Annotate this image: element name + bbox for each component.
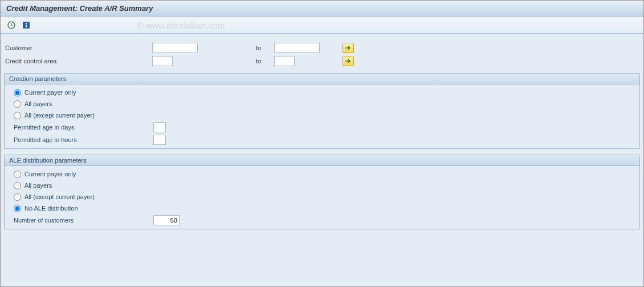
ale-opt1-label: Current payer only (25, 171, 76, 177)
customer-multiselect-button[interactable] (343, 43, 354, 53)
clock-execute-icon (7, 21, 16, 30)
ale-opt4-label: No ALE distribution (25, 205, 78, 212)
customer-to-input[interactable] (274, 43, 320, 53)
execute-button[interactable] (5, 19, 18, 31)
customer-to-label: to (251, 45, 274, 51)
cca-from-input[interactable] (152, 56, 173, 66)
ale-except-current-radio[interactable] (14, 193, 21, 201)
selection-block: Customer to Credit control area to (4, 42, 640, 67)
title-bar: Credit Management: Create A/R Summary (1, 1, 643, 17)
svg-line-2 (11, 25, 13, 26)
ale-parameters-title: ALE distribution parameters (5, 155, 639, 166)
toolbar (1, 17, 643, 34)
page-title: Credit Management: Create A/R Summary (6, 4, 153, 13)
numcust-label: Number of customers (14, 217, 153, 224)
creation-all-payers-radio[interactable] (14, 100, 21, 108)
numcust-input[interactable] (153, 215, 180, 225)
creation-opt2-label: All payers (25, 100, 52, 107)
content-area: Customer to Credit control area to (1, 34, 643, 286)
svg-rect-5 (26, 25, 27, 27)
cca-to-input[interactable] (274, 56, 295, 66)
permitted-days-label: Permitted age in days (14, 124, 153, 131)
cca-to-label: to (251, 58, 274, 64)
ale-current-payer-radio[interactable] (14, 171, 21, 178)
cca-label: Credit control area (4, 58, 152, 64)
customer-label: Customer (4, 45, 152, 51)
ale-no-distribution-radio[interactable] (14, 205, 21, 212)
creation-except-current-radio[interactable] (14, 112, 21, 119)
permitted-hours-label: Permitted age in hours (14, 136, 153, 143)
permitted-hours-input[interactable] (153, 135, 166, 145)
creation-opt3-label: All (except current payer) (25, 112, 95, 119)
customer-from-input[interactable] (152, 43, 198, 53)
permitted-days-input[interactable] (153, 122, 166, 132)
creation-current-payer-radio[interactable] (14, 89, 21, 96)
info-button[interactable] (20, 19, 32, 31)
arrow-right-icon (345, 45, 352, 51)
creation-parameters-title: Creation parameters (5, 74, 639, 84)
creation-opt1-label: Current payer only (25, 89, 76, 96)
customer-row: Customer to (4, 42, 640, 54)
cca-multiselect-button[interactable] (343, 56, 354, 66)
svg-rect-4 (26, 23, 27, 24)
arrow-right-icon (345, 58, 352, 64)
ale-parameters-group: ALE distribution parameters Current paye… (4, 155, 640, 229)
info-icon (22, 21, 31, 30)
ale-opt2-label: All payers (25, 182, 52, 189)
ale-opt3-label: All (except current payer) (25, 193, 95, 200)
cca-row: Credit control area to (4, 55, 640, 67)
creation-parameters-group: Creation parameters Current payer only A… (4, 73, 640, 149)
ale-all-payers-radio[interactable] (14, 182, 21, 189)
